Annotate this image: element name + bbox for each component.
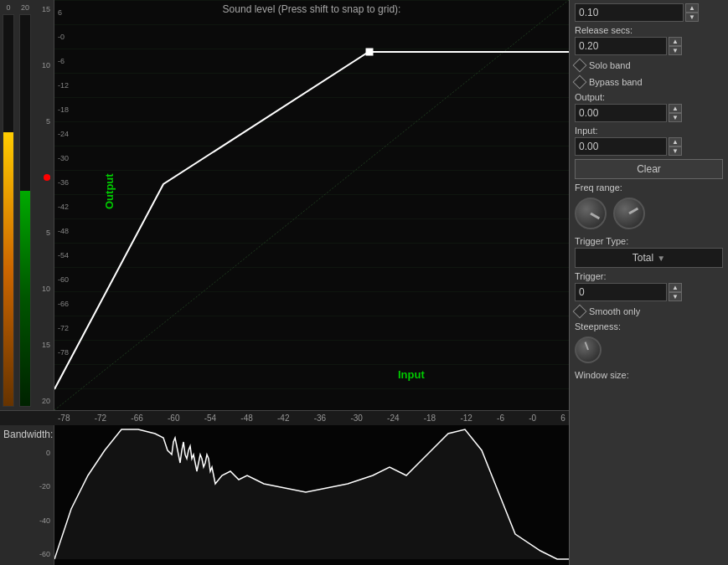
- red-indicator: [44, 174, 50, 181]
- level-meter-1: [3, 14, 14, 407]
- bypass-band-row[interactable]: Bypass band: [575, 75, 723, 89]
- output-spinners: ▲ ▼: [669, 104, 682, 122]
- trigger-up[interactable]: ▲: [669, 283, 682, 292]
- release-up[interactable]: ▲: [669, 37, 682, 46]
- bw-y-label: -40: [3, 516, 50, 525]
- bottom-section: Bandwidth: 0 -20 -40 -60: [0, 425, 569, 565]
- trigger-type-label: Trigger Type:: [575, 236, 723, 246]
- meter-col-2: 20: [17, 0, 34, 410]
- trigger-type-field: Trigger Type: Total ▼: [575, 236, 723, 268]
- freq-range-knobs: [575, 194, 723, 233]
- y-label: 5: [34, 117, 50, 126]
- bandwidth-svg: [54, 425, 569, 565]
- solo-band-row[interactable]: Solo band: [575, 59, 723, 72]
- freq-range-knob-low[interactable]: [575, 198, 607, 229]
- steepness-knob-row: [575, 333, 723, 367]
- svg-text:-6: -6: [58, 57, 65, 65]
- graph-svg: 6 -0 -6 -12 -18 -24 -30 -36 -42 -48 -54 …: [54, 0, 569, 410]
- solo-band-label: Solo band: [589, 60, 631, 70]
- x-label: -18: [424, 413, 436, 423]
- x-label: -24: [387, 413, 399, 423]
- trigger-input-row: ▲ ▼: [575, 283, 723, 301]
- bypass-band-checkbox[interactable]: [573, 75, 587, 90]
- bw-y-label: -20: [3, 482, 50, 491]
- output-up[interactable]: ▲: [669, 104, 682, 113]
- solo-band-checkbox[interactable]: [573, 59, 587, 73]
- x-label: -78: [58, 413, 70, 423]
- window-size-label: Window size:: [575, 370, 723, 380]
- meter-col-1: 0: [0, 0, 17, 410]
- y-axis-left: 0 20 15 10 5: [0, 0, 54, 410]
- release-input[interactable]: [575, 37, 667, 55]
- release-field: Release secs: ▲ ▼: [575, 25, 723, 55]
- sound-level-down[interactable]: ▼: [685, 13, 699, 22]
- y-label: 10: [34, 61, 50, 69]
- x-label: -48: [240, 413, 252, 423]
- curve-handle[interactable]: [366, 49, 373, 55]
- x-label: -36: [314, 413, 326, 423]
- freq-range-label: Freq range:: [575, 182, 723, 193]
- bandwidth-graph[interactable]: [54, 425, 569, 565]
- knob-mark-low: [590, 213, 600, 220]
- svg-text:-42: -42: [58, 203, 69, 211]
- release-input-row: ▲ ▼: [575, 37, 723, 55]
- x-label: -60: [168, 413, 179, 423]
- trigger-input[interactable]: [575, 283, 667, 301]
- bw-y-labels: 0 -20 -40 -60: [3, 445, 50, 562]
- steepness-field: Steepness:: [575, 321, 723, 367]
- svg-text:-72: -72: [58, 324, 69, 332]
- y-axis-inner: 0 20 15 10 5: [0, 0, 54, 410]
- x-label: -12: [460, 413, 472, 423]
- release-down[interactable]: ▼: [669, 46, 682, 55]
- svg-text:-54: -54: [58, 251, 69, 259]
- freq-range-field: Freq range:: [575, 182, 723, 233]
- svg-text:-12: -12: [58, 81, 69, 90]
- x-label: -42: [277, 413, 289, 423]
- output-label: Output:: [575, 92, 723, 102]
- svg-text:-36: -36: [58, 178, 69, 187]
- y-label: 20: [34, 397, 50, 405]
- output-input[interactable]: [575, 104, 667, 122]
- input-input[interactable]: [575, 137, 667, 156]
- trigger-spinners: ▲ ▼: [669, 283, 682, 301]
- steepness-label: Steepness:: [575, 321, 723, 331]
- trigger-down[interactable]: ▼: [669, 292, 682, 301]
- sound-level-up[interactable]: ▲: [685, 3, 699, 13]
- sound-level-field: 0.10 ▲ ▼: [575, 3, 723, 22]
- y-label: 15: [34, 341, 50, 349]
- svg-text:-66: -66: [58, 300, 69, 308]
- smooth-only-checkbox[interactable]: [573, 305, 587, 319]
- release-label: Release secs:: [575, 25, 723, 35]
- input-up[interactable]: ▲: [669, 137, 682, 146]
- steepness-knob[interactable]: [575, 336, 602, 363]
- x-label: -0: [529, 413, 536, 423]
- clear-button[interactable]: Clear: [575, 159, 723, 179]
- svg-text:-18: -18: [58, 105, 69, 114]
- window-size-field: Window size:: [575, 370, 723, 380]
- y-label: 15: [34, 5, 50, 13]
- x-label: -54: [204, 413, 216, 423]
- freq-range-knob-high[interactable]: [613, 198, 645, 229]
- svg-text:Output: Output: [103, 173, 116, 209]
- main-container: 0 20 15 10 5: [0, 0, 728, 565]
- bandwidth-section-title: Bandwidth:: [3, 429, 50, 440]
- level-meter-2: [19, 14, 31, 407]
- smooth-only-row[interactable]: Smooth only: [575, 305, 723, 318]
- bw-y-label: -60: [3, 550, 50, 558]
- svg-text:-48: -48: [58, 227, 69, 235]
- y-label: 0: [34, 173, 50, 182]
- release-spinners: ▲ ▼: [669, 37, 682, 55]
- svg-text:-24: -24: [58, 130, 69, 138]
- graph-area[interactable]: 6 -0 -6 -12 -18 -24 -30 -36 -42 -48 -54 …: [54, 0, 569, 410]
- sound-level-input[interactable]: 0.10: [575, 3, 684, 22]
- x-label: -6: [497, 413, 504, 423]
- trigger-type-dropdown[interactable]: Total ▼: [575, 248, 723, 268]
- knob-mark-high: [628, 208, 638, 215]
- x-label: -72: [95, 413, 106, 423]
- input-down[interactable]: ▼: [669, 146, 682, 156]
- top-section: 0 20 15 10 5: [0, 0, 569, 410]
- chevron-down-icon: ▼: [657, 254, 665, 263]
- sound-level-spinners: ▲ ▼: [685, 3, 699, 22]
- output-down[interactable]: ▼: [669, 113, 682, 122]
- input-field: Input: ▲ ▼: [575, 126, 723, 156]
